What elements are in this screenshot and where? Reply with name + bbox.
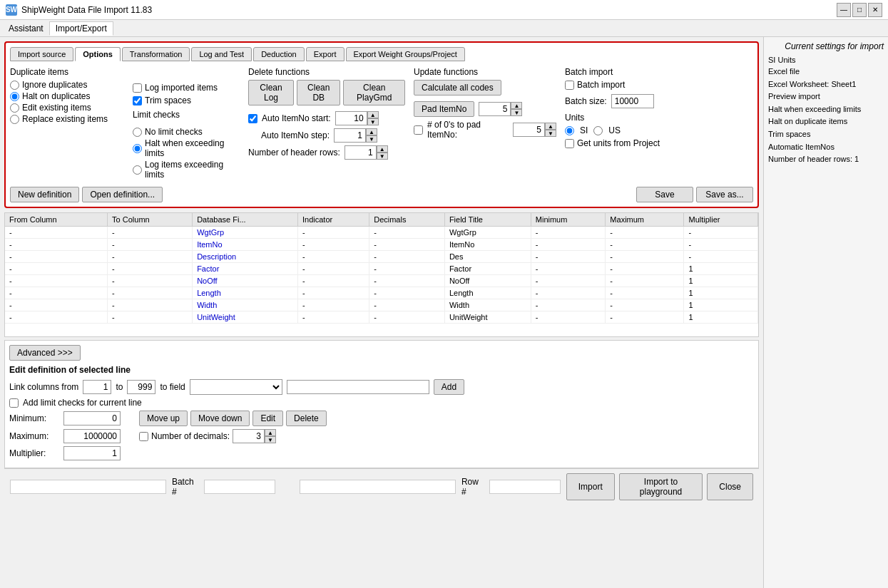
move-up-button[interactable]: Move up (139, 411, 188, 426)
delete-button[interactable]: Delete (286, 411, 327, 426)
to-field-select[interactable] (190, 379, 282, 395)
auto-itemno-start-checkbox[interactable] (248, 114, 257, 123)
table-row[interactable]: --NoOff--NoOff--1 (5, 275, 758, 287)
spinner-header-down[interactable]: ▼ (377, 153, 388, 160)
pad-zeros-input[interactable] (513, 123, 545, 137)
radio-ignore-input[interactable] (10, 81, 19, 90)
checkbox-log-imported[interactable]: Log imported items (133, 83, 240, 93)
row-value-input[interactable] (489, 480, 561, 494)
save-button[interactable]: Save (636, 187, 693, 202)
table-row[interactable]: --WgtGrp--WgtGrp--- (5, 227, 758, 239)
calculate-all-codes-button[interactable]: Calculate all codes (414, 80, 501, 96)
spinner-decimals-down[interactable]: ▼ (265, 436, 276, 443)
add-limit-checkbox[interactable] (9, 398, 19, 408)
table-row[interactable]: --Factor--Factor--1 (5, 263, 758, 275)
radio-replace-input[interactable] (10, 115, 19, 124)
spinner-step-down[interactable]: ▼ (366, 135, 377, 143)
open-definition-button[interactable]: Open definition... (82, 187, 163, 202)
batch-import-checkbox[interactable] (565, 81, 574, 90)
advanced-button[interactable]: Advanced >>> (9, 345, 81, 361)
spinner-decimals-up[interactable]: ▲ (265, 429, 276, 436)
table-row[interactable]: --Length--Length--1 (5, 287, 758, 299)
spinner-up[interactable]: ▲ (367, 111, 379, 118)
pad-value-input[interactable] (479, 102, 511, 116)
radio-halt-duplicates[interactable]: Halt on duplicates (10, 91, 124, 101)
import-to-playground-button[interactable]: Import to playground (619, 473, 703, 500)
decimals-input[interactable] (233, 429, 265, 443)
spinner-pad-down[interactable]: ▼ (511, 109, 522, 116)
table-cell: - (298, 311, 369, 324)
menu-assistant[interactable]: Assistant (3, 22, 49, 35)
get-units-checkbox[interactable] (565, 139, 574, 148)
auto-itemno-start-input[interactable] (335, 111, 367, 125)
checkbox-trim-spaces[interactable]: Trim spaces (133, 96, 240, 105)
edit-button[interactable]: Edit (252, 411, 283, 426)
tab-transformation[interactable]: Transformation (122, 47, 190, 61)
save-as-button[interactable]: Save as... (696, 187, 753, 202)
trim-spaces-checkbox[interactable] (133, 96, 142, 105)
spinner-zeros-up[interactable]: ▲ (545, 123, 556, 130)
radio-log-limit-input[interactable] (133, 165, 142, 175)
radio-ignore-duplicates[interactable]: Ignore duplicates (10, 80, 124, 90)
si-label: SI (580, 125, 588, 135)
radio-halt-limit[interactable]: Halt when exceeding limits (133, 138, 240, 158)
radio-halt-input[interactable] (10, 92, 19, 101)
batch-size-input[interactable] (611, 94, 654, 108)
clean-db-button[interactable]: Clean DB (297, 80, 340, 105)
clean-playgmd-button[interactable]: Clean PlayGmd (343, 80, 405, 105)
spinner-zeros-down[interactable]: ▼ (545, 130, 556, 137)
move-down-button[interactable]: Move down (190, 411, 250, 426)
tab-import-source[interactable]: Import source (10, 47, 73, 61)
table-row[interactable]: --Width--Width--1 (5, 299, 758, 311)
radio-edit-input[interactable] (10, 103, 19, 113)
maximum-input[interactable] (63, 429, 121, 443)
table-row[interactable]: --ItemNo--ItemNo--- (5, 239, 758, 251)
minimum-input[interactable] (63, 411, 121, 425)
field-value-input[interactable] (287, 380, 429, 394)
close-button[interactable]: ✕ (868, 3, 882, 17)
tab-export-weight-groups[interactable]: Export Weight Groups/Project (346, 47, 465, 61)
add-button[interactable]: Add (434, 379, 464, 395)
get-units-from-project-row[interactable]: Get units from Project (565, 138, 693, 148)
tab-log-and-test[interactable]: Log and Test (191, 47, 252, 61)
spinner-pad-up[interactable]: ▲ (511, 102, 522, 109)
radio-replace-existing[interactable]: Replace existing items (10, 114, 124, 124)
radio-no-limit-input[interactable] (133, 128, 142, 137)
menu-import-export[interactable]: Import/Export (49, 21, 113, 36)
auto-itemno-step-input[interactable] (334, 128, 366, 143)
radio-si[interactable] (565, 126, 574, 135)
minimize-button[interactable]: — (837, 3, 851, 17)
new-definition-button[interactable]: New definition (10, 187, 79, 202)
radio-edit-existing[interactable]: Edit existing items (10, 103, 124, 113)
spinner-down[interactable]: ▼ (367, 118, 379, 125)
pad-itemno-button[interactable]: Pad ItemNo (414, 101, 474, 117)
spinner-step-up[interactable]: ▲ (366, 128, 377, 135)
batch-import-checkbox-row[interactable]: Batch import (565, 80, 693, 90)
link-from-input[interactable] (83, 380, 111, 394)
bottom-bar-input1[interactable] (10, 480, 166, 494)
link-to-input[interactable] (127, 380, 155, 394)
tab-export[interactable]: Export (306, 47, 345, 61)
log-imported-checkbox[interactable] (133, 83, 142, 93)
table-cell: - (5, 263, 108, 275)
table-row[interactable]: --Description--Des--- (5, 251, 758, 263)
radio-log-limit[interactable]: Log items exceeding limits (133, 160, 240, 180)
multiplier-input[interactable] (63, 446, 121, 460)
bottom-bar-input2[interactable] (300, 480, 456, 494)
radio-us[interactable] (593, 126, 603, 135)
header-rows-input[interactable] (345, 145, 377, 160)
tab-options[interactable]: Options (75, 47, 121, 61)
batch-value-input[interactable] (204, 480, 275, 494)
clean-log-button[interactable]: Clean Log (248, 80, 294, 105)
table-row[interactable]: --UnitWeight--UnitWeight--1 (5, 311, 758, 324)
tab-deduction[interactable]: Deduction (253, 47, 305, 61)
radio-halt-limit-input[interactable] (133, 144, 142, 153)
table-cell: - (606, 287, 684, 299)
close-bottom-button[interactable]: Close (707, 473, 753, 500)
import-button[interactable]: Import (566, 473, 615, 500)
radio-no-limit[interactable]: No limit checks (133, 127, 240, 137)
spinner-header-up[interactable]: ▲ (377, 145, 388, 153)
maximize-button[interactable]: □ (852, 3, 867, 17)
decimals-checkbox[interactable] (139, 432, 148, 441)
pad-zeros-checkbox[interactable] (414, 125, 423, 135)
